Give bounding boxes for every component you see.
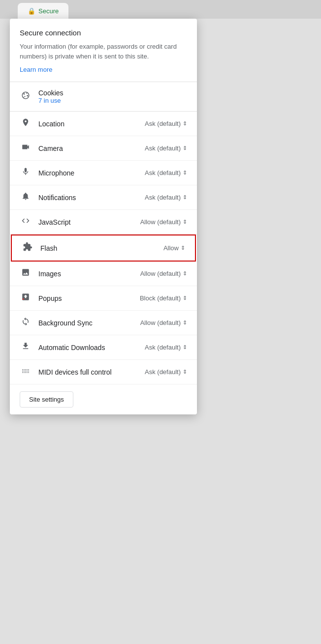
background-sync-label: Background Sync xyxy=(38,319,140,327)
permission-row-microphone[interactable]: MicrophoneAsk (default)⇕ xyxy=(10,161,197,185)
location-value[interactable]: Ask (default)⇕ xyxy=(145,120,187,127)
cookies-label: Cookies xyxy=(38,89,64,97)
popups-value-text: Block (default) xyxy=(140,294,181,302)
popups-value[interactable]: Block (default)⇕ xyxy=(140,294,187,302)
background-sync-value-text: Allow (default) xyxy=(140,319,181,326)
site-settings-button[interactable]: Site settings xyxy=(20,391,73,408)
automatic-downloads-value[interactable]: Ask (default)⇕ xyxy=(145,344,187,351)
automatic-downloads-icon xyxy=(20,342,32,353)
camera-icon xyxy=(20,143,32,154)
microphone-icon xyxy=(20,167,32,178)
permissions-list: LocationAsk (default)⇕CameraAsk (default… xyxy=(10,112,197,384)
sort-icon: ⇕ xyxy=(183,369,187,375)
notifications-icon xyxy=(20,192,32,203)
images-value-text: Allow (default) xyxy=(140,270,181,277)
browser-tab[interactable]: 🔒 Secure xyxy=(18,3,68,19)
background-sync-value[interactable]: Allow (default)⇕ xyxy=(140,319,187,326)
automatic-downloads-label: Automatic Downloads xyxy=(38,344,145,351)
midi-label: MIDI devices full control xyxy=(38,368,145,376)
sort-icon: ⇕ xyxy=(183,219,187,225)
popups-icon xyxy=(20,293,32,304)
sort-icon: ⇕ xyxy=(183,146,187,151)
sort-icon: ⇕ xyxy=(183,345,187,350)
site-info-popup: Secure connection Your information (for … xyxy=(10,19,197,414)
permission-row-background-sync[interactable]: Background SyncAllow (default)⇕ xyxy=(10,311,197,335)
javascript-icon xyxy=(20,216,32,228)
microphone-value-text: Ask (default) xyxy=(145,169,181,176)
camera-label: Camera xyxy=(38,145,145,152)
flash-icon xyxy=(22,242,33,254)
images-label: Images xyxy=(38,270,140,278)
cookies-info: Cookies 7 in use xyxy=(38,89,64,104)
notifications-value-text: Ask (default) xyxy=(145,194,181,201)
javascript-value-text: Allow (default) xyxy=(140,218,181,226)
cookies-icon xyxy=(20,91,32,102)
sort-icon: ⇕ xyxy=(183,320,187,325)
permission-row-popups[interactable]: PopupsBlock (default)⇕ xyxy=(10,286,197,311)
background-sync-icon xyxy=(20,317,32,328)
permission-row-images[interactable]: ImagesAllow (default)⇕ xyxy=(10,262,197,286)
images-icon xyxy=(20,268,32,279)
sort-icon: ⇕ xyxy=(183,121,187,126)
cookies-section[interactable]: Cookies 7 in use xyxy=(10,82,197,112)
browser-tab-bar: 🔒 Secure xyxy=(0,0,321,19)
lock-icon: 🔒 xyxy=(28,7,35,15)
sort-icon: ⇕ xyxy=(181,245,185,251)
permission-row-location[interactable]: LocationAsk (default)⇕ xyxy=(10,112,197,136)
flash-label: Flash xyxy=(40,244,163,252)
microphone-value[interactable]: Ask (default)⇕ xyxy=(145,169,187,176)
permission-row-midi[interactable]: MIDI devices full controlAsk (default)⇕ xyxy=(10,360,197,384)
permission-row-javascript[interactable]: JavaScriptAllow (default)⇕ xyxy=(10,210,197,234)
location-value-text: Ask (default) xyxy=(145,120,181,127)
flash-value-text: Allow xyxy=(163,244,179,252)
cookies-count[interactable]: 7 in use xyxy=(38,97,64,104)
microphone-label: Microphone xyxy=(38,169,145,177)
sort-icon: ⇕ xyxy=(183,170,187,176)
tab-label: Secure xyxy=(38,7,59,15)
permission-row-notifications[interactable]: NotificationsAsk (default)⇕ xyxy=(10,185,197,210)
sort-icon: ⇕ xyxy=(183,295,187,301)
automatic-downloads-value-text: Ask (default) xyxy=(145,344,181,351)
midi-value-text: Ask (default) xyxy=(145,368,181,376)
permission-row-flash[interactable]: FlashAllow⇕ xyxy=(11,234,196,262)
popups-label: Popups xyxy=(38,294,140,302)
midi-value[interactable]: Ask (default)⇕ xyxy=(145,368,187,376)
notifications-value[interactable]: Ask (default)⇕ xyxy=(145,194,187,201)
secure-description: Your information (for example, passwords… xyxy=(20,42,187,61)
notifications-label: Notifications xyxy=(38,194,145,202)
flash-value[interactable]: Allow⇕ xyxy=(163,244,185,252)
images-value[interactable]: Allow (default)⇕ xyxy=(140,270,187,277)
location-label: Location xyxy=(38,120,145,128)
svg-point-2 xyxy=(27,95,28,96)
javascript-label: JavaScript xyxy=(38,218,140,226)
svg-point-0 xyxy=(24,93,25,95)
svg-point-3 xyxy=(24,96,25,97)
javascript-value[interactable]: Allow (default)⇕ xyxy=(140,218,187,226)
learn-more-link[interactable]: Learn more xyxy=(20,66,52,73)
location-icon xyxy=(20,118,32,129)
secure-title: Secure connection xyxy=(20,29,187,37)
permission-row-automatic-downloads[interactable]: Automatic DownloadsAsk (default)⇕ xyxy=(10,335,197,360)
sort-icon: ⇕ xyxy=(183,271,187,276)
permission-row-camera[interactable]: CameraAsk (default)⇕ xyxy=(10,136,197,161)
sort-icon: ⇕ xyxy=(183,195,187,200)
secure-header: Secure connection Your information (for … xyxy=(10,19,197,82)
camera-value[interactable]: Ask (default)⇕ xyxy=(145,145,187,152)
camera-value-text: Ask (default) xyxy=(145,145,181,152)
midi-icon xyxy=(20,366,32,378)
